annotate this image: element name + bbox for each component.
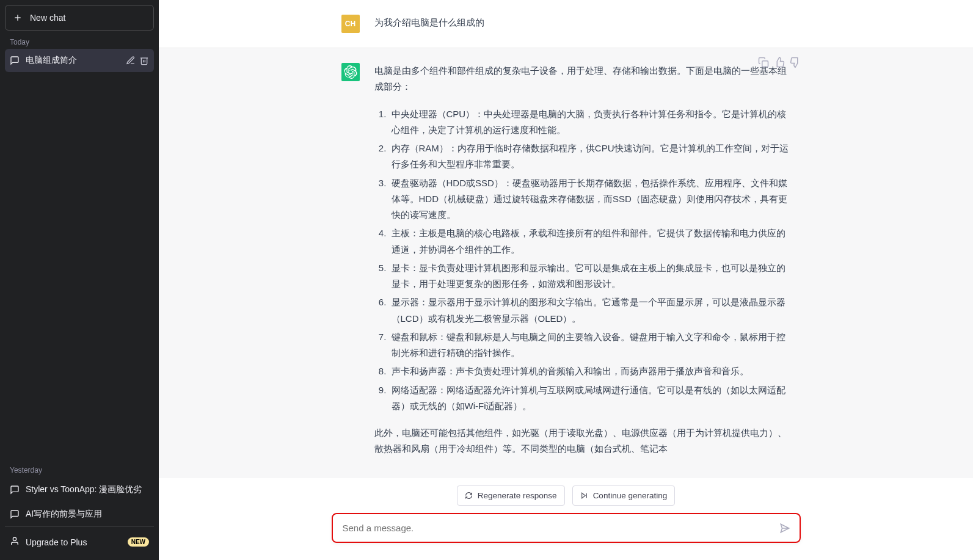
regenerate-button[interactable]: Regenerate response [457, 485, 565, 506]
continue-label: Continue generating [593, 491, 668, 500]
svg-point-2 [13, 537, 16, 540]
assistant-list: 中央处理器（CPU）：中央处理器是电脑的大脑，负责执行各种计算任务和指令。它是计… [374, 106, 791, 415]
regenerate-label: Regenerate response [478, 491, 557, 500]
plus-icon [13, 13, 23, 23]
svg-marker-4 [581, 493, 585, 498]
user-message-row: CH 为我介绍电脑是什么组成的 [159, 0, 973, 48]
user-icon [10, 536, 20, 548]
svg-rect-3 [762, 61, 768, 67]
chat-icon [10, 485, 20, 495]
input-footer: Regenerate response Continue generating [159, 478, 973, 560]
new-badge: NEW [128, 537, 149, 547]
chat-item[interactable]: AI写作的前景与应用 [5, 503, 154, 526]
chat-item[interactable]: Styler vs ToonApp: 漫画脸优劣 [5, 478, 154, 501]
chat-item-active[interactable]: 电脑组成简介 [5, 49, 154, 72]
upgrade-button[interactable]: Upgrade to Plus NEW [5, 529, 154, 555]
upgrade-label: Upgrade to Plus [26, 537, 87, 547]
refresh-icon [465, 492, 473, 500]
user-avatar: CH [341, 15, 360, 33]
assistant-message-row: 电脑是由多个组件和部件组成的复杂电子设备，用于处理、存储和输出数据。下面是电脑的… [159, 48, 973, 478]
today-section-label: Today [5, 31, 154, 49]
send-icon[interactable] [778, 521, 792, 536]
assistant-list-item: 主板：主板是电脑的核心电路板，承载和连接所有的组件和部件。它提供了数据传输和电力… [389, 225, 791, 258]
assistant-list-item: 显示器：显示器用于显示计算机的图形和文字输出。它通常是一个平面显示屏，可以是液晶… [389, 294, 791, 327]
assistant-avatar [341, 63, 360, 81]
assistant-list-item: 键盘和鼠标：键盘和鼠标是人与电脑之间的主要输入设备。键盘用于输入文字和命令，鼠标… [389, 329, 791, 362]
continue-button[interactable]: Continue generating [572, 485, 676, 506]
main: CH 为我介绍电脑是什么组成的 电脑是由多个组件和部件组成的复杂电子设备，用于处… [159, 0, 973, 560]
edit-icon[interactable] [126, 56, 136, 65]
assistant-list-item: 中央处理器（CPU）：中央处理器是电脑的大脑，负责执行各种计算任务和指令。它是计… [389, 106, 791, 139]
new-chat-label: New chat [30, 13, 65, 23]
assistant-list-item: 显卡：显卡负责处理计算机图形和显示输出。它可以是集成在主板上的集成显卡，也可以是… [389, 260, 791, 293]
chat-item-label: Styler vs ToonApp: 漫画脸优劣 [26, 484, 149, 495]
assistant-outro: 此外，电脑还可能包括其他组件，如光驱（用于读取光盘）、电源供应器（用于为计算机提… [374, 425, 791, 457]
chat-item-label: 电脑组成简介 [26, 55, 120, 66]
copy-icon[interactable] [758, 57, 769, 68]
user-message-text: 为我介绍电脑是什么组成的 [374, 15, 791, 33]
input-container [332, 513, 801, 543]
assistant-list-item: 内存（RAM）：内存用于临时存储数据和程序，供CPU快速访问。它是计算机的工作空… [389, 140, 791, 173]
assistant-message-content: 电脑是由多个组件和部件组成的复杂电子设备，用于处理、存储和输出数据。下面是电脑的… [374, 63, 791, 468]
assistant-list-item: 硬盘驱动器（HDD或SSD）：硬盘驱动器用于长期存储数据，包括操作系统、应用程序… [389, 175, 791, 224]
sidebar: New chat Today 电脑组成简介 Yesterd [0, 0, 159, 560]
conversation: CH 为我介绍电脑是什么组成的 电脑是由多个组件和部件组成的复杂电子设备，用于处… [159, 0, 973, 478]
chat-item-label: AI写作的前景与应用 [26, 509, 149, 520]
message-input[interactable] [333, 514, 800, 542]
yesterday-section-label: Yesterday [5, 459, 154, 477]
trash-icon[interactable] [139, 56, 149, 65]
thumbs-down-icon[interactable] [790, 57, 801, 68]
continue-icon [580, 492, 588, 500]
chat-icon [10, 509, 20, 519]
chat-icon [10, 56, 20, 65]
new-chat-button[interactable]: New chat [5, 5, 154, 31]
thumbs-up-icon[interactable] [774, 57, 785, 68]
assistant-list-item: 网络适配器：网络适配器允许计算机与互联网或局域网进行通信。它可以是有线的（如以太… [389, 382, 791, 415]
assistant-list-item: 声卡和扬声器：声卡负责处理计算机的音频输入和输出，而扬声器用于播放声音和音乐。 [389, 363, 791, 379]
assistant-intro: 电脑是由多个组件和部件组成的复杂电子设备，用于处理、存储和输出数据。下面是电脑的… [374, 63, 791, 95]
chat-list: 电脑组成简介 Yesterday Styler vs ToonApp: 漫画脸优… [5, 49, 154, 526]
